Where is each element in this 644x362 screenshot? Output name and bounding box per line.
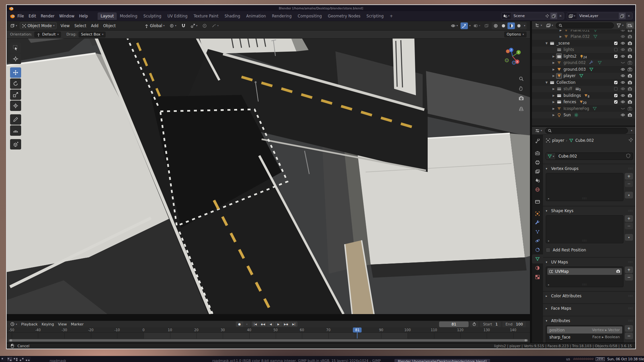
workspace-tab-scripting[interactable]: Scripting xyxy=(364,12,387,20)
jump-prev-keyframe-button[interactable]: ◆◀ xyxy=(259,321,267,327)
attribute-row-sharp_face[interactable]: sharp_faceFace ▸ Boolean xyxy=(547,334,622,341)
workspace-tab-modeling[interactable]: Modeling xyxy=(117,12,140,20)
snap-settings-dropdown[interactable]: ▾ xyxy=(189,23,199,29)
jump-next-keyframe-button[interactable]: ▶◆ xyxy=(282,321,290,327)
transform-orientation-dropdown[interactable]: Global▾ xyxy=(143,23,166,29)
shape-keys-list[interactable]: ▸∷∷ xyxy=(546,215,624,243)
outliner-row-ground-002[interactable]: ▶ground.002 xyxy=(532,60,635,66)
expand-arrow-icon[interactable]: ▶ xyxy=(558,30,563,32)
render-toggle[interactable] xyxy=(626,47,633,52)
outliner-search-input[interactable] xyxy=(556,22,614,28)
viewport-menu-add[interactable]: Add xyxy=(89,22,101,29)
face-maps-panel-header[interactable]: ▸Face Maps∷∷ xyxy=(546,305,633,312)
render-toggle[interactable] xyxy=(626,113,633,117)
keyboard-layout[interactable]: us xyxy=(566,357,570,361)
new-scene-button[interactable] xyxy=(550,13,557,19)
hide-toggle[interactable] xyxy=(619,100,626,104)
preview-range-button[interactable] xyxy=(470,321,478,327)
outliner-checkbox[interactable] xyxy=(612,80,619,84)
properties-editor-type-button[interactable]: ▾ xyxy=(534,128,543,134)
viewport-menu-object[interactable]: Object xyxy=(101,22,118,29)
editor-type-button[interactable]: ▾ xyxy=(9,23,18,29)
expand-arrow-icon[interactable]: ▼ xyxy=(544,81,549,84)
expand-arrow-icon[interactable]: ▶ xyxy=(551,94,556,97)
properties-tab-tool[interactable] xyxy=(532,137,543,146)
breadcrumb-object[interactable]: player xyxy=(552,138,564,143)
uv-map-item[interactable]: UVMap xyxy=(547,268,622,275)
properties-tab-constraints[interactable] xyxy=(532,245,543,254)
pin-scene-button[interactable] xyxy=(544,13,550,19)
outliner-editor-type-button[interactable]: ▾ xyxy=(534,22,543,28)
shading-rendered-button[interactable] xyxy=(515,22,523,29)
workspace-tab-uv-editing[interactable]: UV Editing xyxy=(164,12,191,20)
outliner-row-fences[interactable]: ▶fences20 xyxy=(532,99,635,106)
shape-key-specials-button[interactable]: ▾ xyxy=(625,234,633,241)
snap-toggle[interactable] xyxy=(180,23,187,29)
properties-tab-scene[interactable] xyxy=(532,176,543,185)
start-frame-field[interactable]: Start1 xyxy=(480,321,501,327)
hide-toggle[interactable] xyxy=(619,47,626,52)
hide-toggle[interactable] xyxy=(619,34,626,39)
workspace-tab-compositing[interactable]: Compositing xyxy=(294,12,325,20)
viewport-options-button[interactable]: Options▾ xyxy=(504,32,527,38)
uv-maps-panel-header[interactable]: ▾UV Maps∷∷ xyxy=(546,258,633,266)
taskbar-tag-4[interactable] xyxy=(19,357,24,361)
outliner-row-player[interactable]: ▶player xyxy=(532,73,635,79)
menu-window[interactable]: Window xyxy=(57,13,76,19)
hide-toggle[interactable] xyxy=(619,80,626,85)
outliner-filter-button[interactable]: ▾ xyxy=(615,22,625,28)
hide-toggle[interactable] xyxy=(619,73,626,78)
breadcrumb-data[interactable]: Cube.002 xyxy=(575,138,594,143)
timeline-menu-playback[interactable]: Playback xyxy=(19,321,40,327)
shading-wireframe-button[interactable] xyxy=(492,22,499,29)
outliner-row-icospherefog[interactable]: ▶IcosphereFog xyxy=(532,105,635,112)
view-axis-gizmo[interactable]: Z Y X xyxy=(503,47,522,66)
shading-solid-button[interactable] xyxy=(500,22,507,29)
menu-help[interactable]: Help xyxy=(77,13,90,19)
xray-toggle[interactable] xyxy=(483,23,490,29)
properties-tab-world[interactable] xyxy=(532,185,543,194)
remove-uv-map-button[interactable]: − xyxy=(625,274,633,281)
render-toggle[interactable] xyxy=(626,54,633,59)
render-toggle[interactable] xyxy=(626,86,633,91)
workspace-tab-geometry-nodes[interactable]: Geometry Nodes xyxy=(325,12,364,20)
taskbar-tag-5[interactable] xyxy=(25,357,31,361)
outliner-row-plane-031[interactable]: ▶Plane.031 xyxy=(532,30,635,34)
add-uv-map-button[interactable]: + xyxy=(625,266,633,273)
expand-arrow-icon[interactable]: ▶ xyxy=(551,68,556,71)
taskbar-tag-2[interactable] xyxy=(7,357,12,361)
window-titlebar[interactable]: Blender [/home/amalie/Desktop/blender/st… xyxy=(7,5,635,11)
drag-setting-dropdown[interactable]: Select Box▾ xyxy=(78,32,106,38)
timeline-menu-marker[interactable]: Marker xyxy=(69,321,86,327)
jump-to-end-button[interactable]: ▶| xyxy=(290,321,298,327)
outliner-row-sun[interactable]: ▶Sun xyxy=(532,112,635,119)
viewport-perspective-button[interactable] xyxy=(517,105,526,113)
3d-viewport-canvas[interactable]: Z Y X xyxy=(7,39,530,314)
hide-toggle[interactable] xyxy=(619,93,626,98)
expand-arrow-icon[interactable]: ▶ xyxy=(551,113,556,117)
properties-tab-collection[interactable] xyxy=(532,197,543,206)
attributes-panel-header[interactable]: ▾Attributes∷∷ xyxy=(546,317,633,324)
add-workspace-button[interactable]: + xyxy=(387,12,396,20)
workspace-tab-shading[interactable]: Shading xyxy=(221,12,243,20)
hide-toggle[interactable] xyxy=(619,86,626,91)
render-toggle[interactable] xyxy=(626,100,633,104)
attribute-row-position[interactable]: positionVertex ▸ Vector xyxy=(547,326,622,334)
auto-keyframe-button[interactable]: ● xyxy=(236,321,243,327)
pin-icon[interactable] xyxy=(628,138,633,142)
render-toggle[interactable] xyxy=(626,80,633,85)
delete-scene-button[interactable]: ✕ xyxy=(557,13,564,19)
vertex-group-specials-button[interactable]: ▾ xyxy=(625,192,633,198)
mesh-name-field[interactable]: ▾ Cube.002 xyxy=(546,153,633,160)
color-attributes-panel-header[interactable]: ▸Color Attributes∷∷ xyxy=(546,292,633,300)
new-collection-button[interactable] xyxy=(626,22,634,28)
workspace-tab-layout[interactable]: Layout xyxy=(98,12,117,20)
outliner-checkbox[interactable] xyxy=(612,87,619,91)
outliner-row-lights[interactable]: lights xyxy=(532,47,635,53)
blender-menu-icon[interactable] xyxy=(9,14,15,18)
properties-tab-object[interactable] xyxy=(532,209,543,218)
outliner-row-_scene[interactable]: ▼_scene xyxy=(532,40,635,47)
menu-render[interactable]: Render xyxy=(39,13,57,19)
outliner-display-mode-button[interactable]: ▾ xyxy=(545,22,554,28)
viewport-pan-button[interactable] xyxy=(517,84,526,93)
